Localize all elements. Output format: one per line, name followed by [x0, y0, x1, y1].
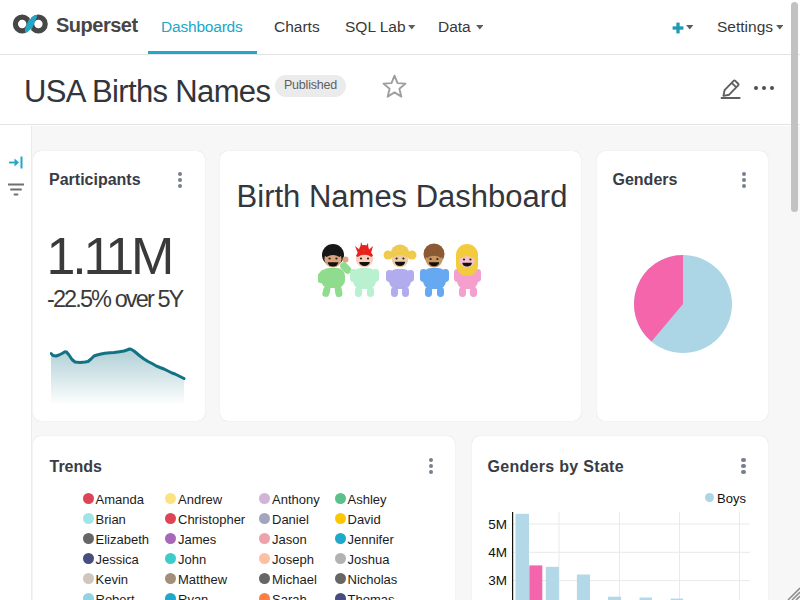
svg-text:5M: 5M — [488, 517, 507, 532]
svg-text:3M: 3M — [488, 573, 507, 588]
svg-text:4M: 4M — [488, 545, 507, 560]
